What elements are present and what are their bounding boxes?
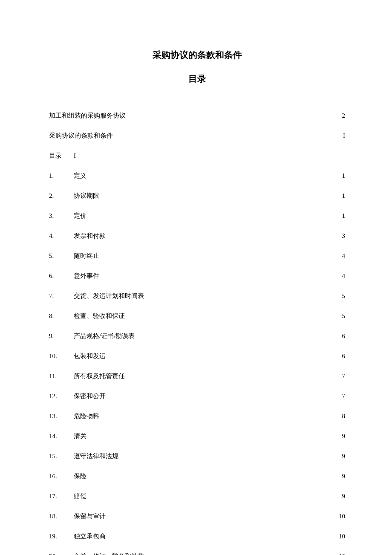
- toc-page: 9: [342, 433, 346, 439]
- toc-pre-page: 2: [342, 113, 346, 119]
- toc-label: 保险: [74, 473, 86, 480]
- toc-num: 18.: [49, 513, 74, 520]
- toc-label: 赔偿: [74, 493, 86, 500]
- toc-label: 遵守法律和法规: [74, 453, 118, 460]
- toc-label: 发票和付款: [74, 233, 106, 239]
- toc-num: 12.: [49, 393, 74, 399]
- toc-row: 8.检查、验收和保证5: [49, 313, 345, 319]
- toc-page: 4: [342, 273, 346, 279]
- toc-row: 12.保密和公开7: [49, 393, 345, 399]
- toc-label: 保密和公开: [74, 393, 106, 399]
- toc-num: 1.: [49, 173, 74, 179]
- toc-label: 随时终止: [74, 253, 99, 259]
- toc-num: 3.: [49, 213, 74, 219]
- toc-page: 9: [342, 473, 346, 480]
- toc-num: 14.: [49, 433, 74, 439]
- toc-list: 1.定义12.协议期限13.定价14.发票和付款35.随时终止46.意外事件47…: [49, 173, 345, 555]
- toc-pre-label: 采购协议的条款和条件: [49, 133, 113, 139]
- toc-page: 9: [342, 493, 346, 500]
- toc-label: 危险物料: [74, 413, 99, 419]
- toc-mulu-page: I: [74, 153, 76, 159]
- toc-pre-label: 加工和组装的采购服务协议: [49, 113, 126, 119]
- toc-label: 检查、验收和保证: [74, 313, 125, 319]
- toc-row: 2.协议期限1: [49, 193, 345, 199]
- toc-page: 1: [342, 173, 346, 179]
- toc-row: 4.发票和付款3: [49, 233, 345, 239]
- toc-page: 10: [339, 533, 345, 540]
- toc-page: 4: [342, 253, 346, 259]
- toc-label: 产品规格/证书/勘误表: [74, 333, 135, 339]
- toc-row: 20.合并、修订、豁免和补救10: [49, 553, 345, 555]
- toc-page: 1: [342, 213, 346, 219]
- toc-row: 10.包装和发运6: [49, 353, 345, 359]
- toc-page: 3: [342, 233, 346, 239]
- toc-row: 1.定义1: [49, 173, 345, 179]
- toc-label: 清关: [74, 433, 86, 439]
- toc-page: 10: [339, 513, 345, 520]
- page-title: 采购协议的条款和条件: [49, 49, 345, 61]
- toc-num: 7.: [49, 293, 74, 299]
- toc-row: 14.清关9: [49, 433, 345, 439]
- toc-page: 8: [342, 413, 346, 419]
- toc-page: 7: [342, 393, 346, 399]
- toc-page: 6: [342, 353, 346, 359]
- toc-mulu-label: 目录: [49, 153, 74, 159]
- toc-pre-page: I: [343, 133, 345, 139]
- toc-row: 9.产品规格/证书/勘误表6: [49, 333, 345, 339]
- toc-label: 定义: [74, 173, 86, 179]
- toc-num: 2.: [49, 193, 74, 199]
- toc-row: 5.随时终止4: [49, 253, 345, 259]
- toc-label: 保留与审计: [74, 513, 106, 520]
- toc-num: 11.: [49, 373, 74, 379]
- toc-num: 13.: [49, 413, 74, 419]
- toc-label: 协议期限: [74, 193, 99, 199]
- toc-page: 1: [342, 193, 346, 199]
- toc-row: 6.意外事件4: [49, 273, 345, 279]
- toc-label: 意外事件: [74, 273, 99, 279]
- toc-label: 所有权及托管责任: [74, 373, 125, 379]
- toc-pre-row: 采购协议的条款和条件 I: [49, 133, 345, 139]
- toc-num: 15.: [49, 453, 74, 460]
- toc-label: 定价: [74, 213, 86, 219]
- toc-num: 17.: [49, 493, 74, 500]
- toc-num: 20.: [49, 553, 74, 555]
- toc-row: 15.遵守法律和法规9: [49, 453, 345, 460]
- page-subtitle: 目录: [49, 73, 345, 85]
- toc-label: 包装和发运: [74, 353, 106, 359]
- toc-num: 9.: [49, 333, 74, 339]
- toc-row: 18.保留与审计10: [49, 513, 345, 520]
- toc-num: 4.: [49, 233, 74, 239]
- toc-num: 16.: [49, 473, 74, 480]
- toc-page: 7: [342, 373, 346, 379]
- toc-mulu-row: 目录 I: [49, 153, 345, 159]
- toc-page: 5: [342, 293, 346, 299]
- toc-page: 10: [339, 553, 345, 555]
- toc-num: 10.: [49, 353, 74, 359]
- toc-row: 7.交货、发运计划和时间表5: [49, 293, 345, 299]
- toc-page: 5: [342, 313, 346, 319]
- toc-num: 19.: [49, 533, 74, 540]
- toc-num: 6.: [49, 273, 74, 279]
- toc-page: 6: [342, 333, 346, 339]
- toc-page: 9: [342, 453, 346, 460]
- toc-label: 交货、发运计划和时间表: [74, 293, 144, 299]
- toc-row: 17.赔偿9: [49, 493, 345, 500]
- toc-num: 5.: [49, 253, 74, 259]
- toc-row: 16.保险9: [49, 473, 345, 480]
- toc-row: 19.独立承包商10: [49, 533, 345, 540]
- toc-num: 8.: [49, 313, 74, 319]
- toc-row: 11.所有权及托管责任7: [49, 373, 345, 379]
- toc-label: 独立承包商: [74, 533, 106, 540]
- toc-row: 3.定价1: [49, 213, 345, 219]
- toc-row: 13.危险物料8: [49, 413, 345, 419]
- toc-label: 合并、修订、豁免和补救: [74, 553, 144, 555]
- toc-pre-row: 加工和组装的采购服务协议 2: [49, 113, 345, 119]
